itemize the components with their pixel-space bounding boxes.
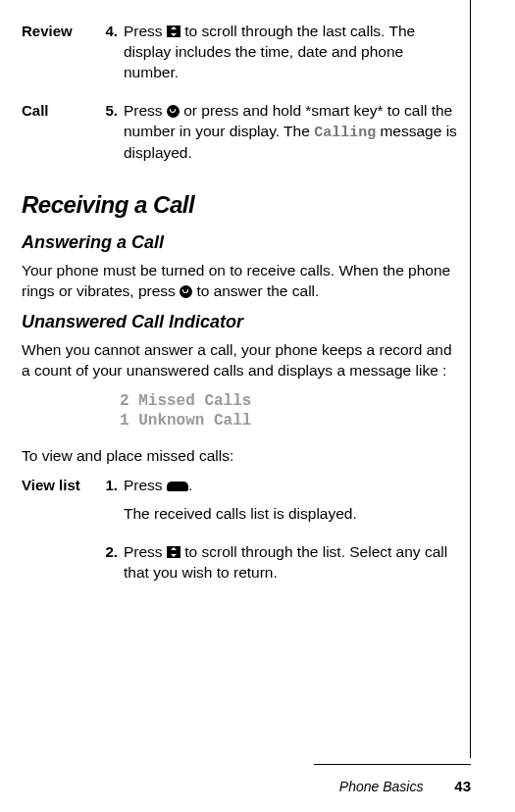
- step-view-list: View list 1. Press . The received calls …: [22, 476, 458, 525]
- missed-line: 2 Missed Calls: [120, 391, 458, 411]
- scroll-key-icon: [167, 25, 180, 37]
- menu-key-icon: [167, 482, 188, 491]
- step-scroll-list: 2. Press to scroll through the list. Sel…: [22, 542, 458, 584]
- page-right-rule: [470, 0, 471, 758]
- step-body: Press to scroll through the list. Select…: [124, 542, 458, 584]
- step-label: Review: [22, 22, 98, 83]
- step-number: 2.: [98, 542, 124, 584]
- step-label: View list: [22, 476, 98, 525]
- step-label: [22, 542, 98, 584]
- step-body: Press to scroll through the last calls. …: [124, 22, 458, 83]
- step-review: Review 4. Press to scroll through the la…: [22, 22, 458, 83]
- display-message: Calling: [314, 125, 376, 141]
- text: Press: [124, 477, 167, 493]
- manual-page: Review 4. Press to scroll through the la…: [0, 0, 515, 812]
- footer-section-name: Phone Basics: [339, 779, 424, 794]
- step-sub-text: The received calls list is displayed.: [124, 504, 458, 525]
- scroll-key-icon: [167, 546, 180, 558]
- unanswered-paragraph: When you cannot answer a call, your phon…: [22, 340, 458, 381]
- answering-paragraph: Your phone must be turned on to receive …: [22, 261, 458, 302]
- text: Press: [124, 543, 167, 560]
- step-body: Press . The received calls list is displ…: [124, 476, 458, 525]
- text: to answer the call.: [192, 282, 319, 299]
- call-key-icon: [167, 105, 180, 118]
- step-label: Call: [22, 101, 98, 164]
- step-number: 1.: [98, 476, 124, 525]
- step-number: 4.: [98, 22, 124, 83]
- text: Press: [124, 102, 167, 119]
- page-number: 43: [454, 778, 471, 794]
- page-footer: Phone Basics 43: [339, 778, 471, 794]
- view-missed-intro: To view and place missed calls:: [22, 446, 458, 467]
- step-body: Press or press and hold *smart key* to c…: [124, 101, 458, 164]
- text: Press: [124, 23, 167, 39]
- missed-line: 1 Unknown Call: [120, 411, 458, 431]
- footer-rule: [314, 764, 471, 765]
- step-number: 5.: [98, 101, 124, 164]
- missed-calls-display: 2 Missed Calls 1 Unknown Call: [120, 391, 458, 431]
- step-call: Call 5. Press or press and hold *smart k…: [22, 101, 458, 164]
- subsection-heading-answering: Answering a Call: [22, 232, 458, 253]
- subsection-heading-unanswered: Unanswered Call Indicator: [22, 312, 458, 332]
- text: .: [188, 477, 192, 493]
- call-key-icon: [180, 285, 192, 298]
- section-heading-receiving-call: Receiving a Call: [22, 191, 458, 219]
